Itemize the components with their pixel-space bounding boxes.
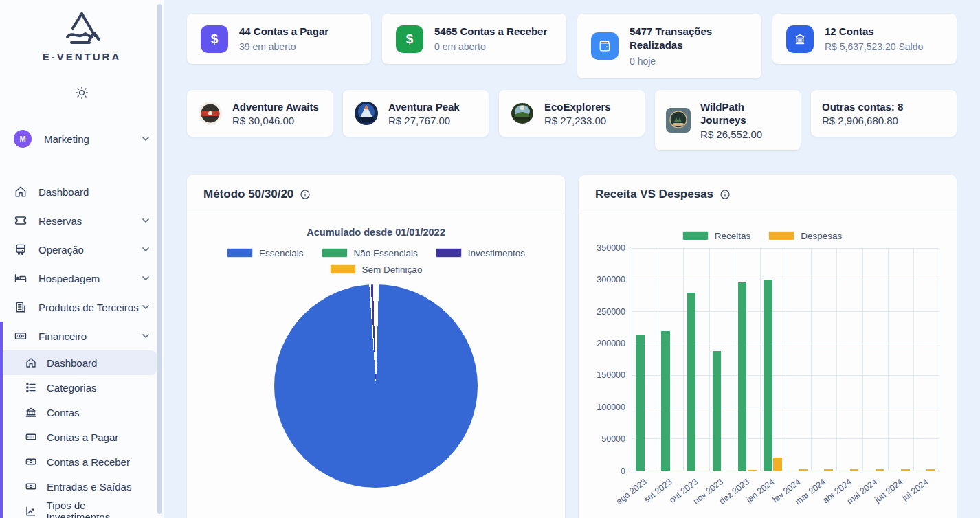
stat-card-contas: 12 Contas R$ 5,637,523.20 Saldo [772,14,957,64]
bar-group-mai-2024 [862,248,888,471]
bar-receitas[interactable] [764,280,772,471]
legend-label: Sem Definição [362,264,423,275]
bar-plot-column: ago 2023set 2023out 2023nov 2023dez 2023… [632,248,939,507]
bar-despesas[interactable] [901,469,910,471]
charts-row: Método 50/30/20 Acumulado desde 01/01/20… [187,175,957,518]
pie-chart-body: Acumulado desde 01/01/2022 Essenciais Nã… [187,227,565,488]
sidebar-item-produtos-de-terceiros[interactable]: Produtos de Terceiros [0,293,164,322]
sidebar-item-label: Produtos de Terceiros [38,302,139,313]
theme-toggle-button[interactable] [75,86,89,102]
sidebar-subitem-contas[interactable]: Contas [0,400,164,425]
account-cards-row: Adventure Awaits R$ 30,046.00 Aventura P… [187,90,957,150]
sidebar-subitem-label: Tipos de Investimentos [47,499,150,518]
stat-subtitle: 0 em aberto [434,41,547,53]
chevron-down-icon [142,303,150,311]
adventure-awaits-logo [198,101,223,126]
stat-cards-row: $ 44 Contas a Pagar 39 em aberto $ 5465 … [187,14,957,78]
sidebar-subitem-label: Categorias [47,382,97,394]
home-icon [14,185,27,199]
sidebar-item-hospedagem[interactable]: Hospedagem [0,264,164,293]
y-tick-label: 300000 [597,275,625,284]
account-name: Adventure Awaits [232,100,319,114]
home-icon [25,357,37,369]
sidebar: E-VENTURA M Marketing Dashboard Reservas… [0,0,164,518]
gridline-vertical [939,248,939,471]
bar-receitas[interactable] [687,293,696,470]
sidebar-item-dashboard[interactable]: Dashboard [0,177,164,206]
bar-group-jun-2024 [888,248,913,471]
app-logo: E-VENTURA [0,0,164,63]
sidebar-subitem-tipos-de-investimentos[interactable]: Tipos de Investimentos [0,499,164,518]
legend-item-despesas[interactable]: Despesas [768,231,842,241]
brand-name: E-VENTURA [0,51,164,63]
sidebar-subitem-categorias[interactable]: Categorias [0,375,164,400]
legend-label: Investimentos [468,248,525,258]
sidebar-item-financeiro[interactable]: Financeiro [0,322,164,350]
stat-card-contas-a-pagar: $ 44 Contas a Pagar 39 em aberto [187,14,371,64]
sidebar-subitem-contas-a-receber[interactable]: Contas a Receber [0,449,164,474]
bus-icon [14,243,27,256]
bar-group-set-2023 [658,248,683,471]
legend-label: Essenciais [259,248,304,258]
account-name: Aventura Peak [388,100,460,114]
bar-receitas[interactable] [738,282,747,471]
legend-item-nao-essenciais[interactable]: Não Essenciais [322,248,418,258]
sidebar-item-operacao[interactable]: Operação [0,235,164,264]
legend-item-essenciais[interactable]: Essenciais [227,248,304,258]
sidebar-item-label: Reservas [38,215,82,227]
bank-icon [25,406,37,418]
sidebar-subitem-dashboard[interactable]: Dashboard [3,350,157,375]
sidebar-subitem-label: Contas [47,407,80,418]
bar-despesas[interactable] [876,469,884,471]
sidebar-item-label: Dashboard [38,186,89,198]
info-icon[interactable] [300,189,311,200]
account-amount: R$ 27,233.00 [544,115,611,126]
stat-card-contas-a-receber: $ 5465 Contas a Receber 0 em aberto [382,14,566,64]
y-tick-label: 100000 [597,403,625,412]
legend-swatch [322,248,348,258]
dollar-glyph: $ [406,32,414,47]
pie-chart-title: Acumulado desde 01/01/2022 [187,227,565,238]
sidebar-scrollbar[interactable] [157,4,162,514]
pie-card-title: Método 50/30/20 [203,188,293,201]
legend-swatch [330,264,356,274]
pie-chart-card: Método 50/30/20 Acumulado desde 01/01/20… [187,175,565,518]
workspace-selector[interactable]: M Marketing [0,125,164,153]
bar-despesas[interactable] [926,469,935,471]
logo-mountain-icon [59,10,104,49]
chevron-down-icon [142,216,150,225]
ticket-icon [14,214,27,227]
sidebar-subitem-contas-a-pagar[interactable]: Contas a Pagar [0,425,164,449]
bar-chart-body: Receitas Despesas 0500001000001500002000… [579,214,957,507]
workspace-avatar: M [14,130,32,148]
bar-despesas[interactable] [799,469,808,471]
sidebar-item-reservas[interactable]: Reservas [0,206,164,235]
bar-despesas[interactable] [824,469,833,471]
sidebar-item-label: Operação [38,244,84,256]
building-icon [14,300,27,314]
legend-label: Receitas [715,231,751,241]
legend-item-investimentos[interactable]: Investimentos [436,248,525,258]
y-tick-label: 350000 [597,243,625,253]
account-amount: R$ 30,046.00 [232,115,319,126]
bar-despesas[interactable] [748,470,757,471]
bar-receitas[interactable] [661,331,670,471]
chevron-down-icon [142,274,150,282]
bar-receitas[interactable] [636,335,645,471]
workspace-name: Marketing [44,133,89,145]
x-tick-label: ago 2023 [614,477,649,506]
sidebar-subitem-entradas-e-saidas[interactable]: Entradas e Saídas [0,474,164,499]
legend-item-receitas[interactable]: Receitas [682,231,751,241]
banknote-icon [25,431,37,443]
wallet-icon [591,32,619,60]
info-icon[interactable] [720,189,731,200]
bar-receitas[interactable] [713,351,722,471]
banknote-icon [25,455,37,468]
sidebar-section-financeiro: Financeiro Dashboard Categorias Contas C… [0,322,164,518]
bed-icon [14,271,27,285]
pie-chart [274,284,478,488]
bar-despesas[interactable] [850,469,859,471]
legend-item-sem-definicao[interactable]: Sem Definição [330,264,423,275]
bar-despesas[interactable] [773,458,782,471]
y-tick-label: 0 [621,466,625,476]
